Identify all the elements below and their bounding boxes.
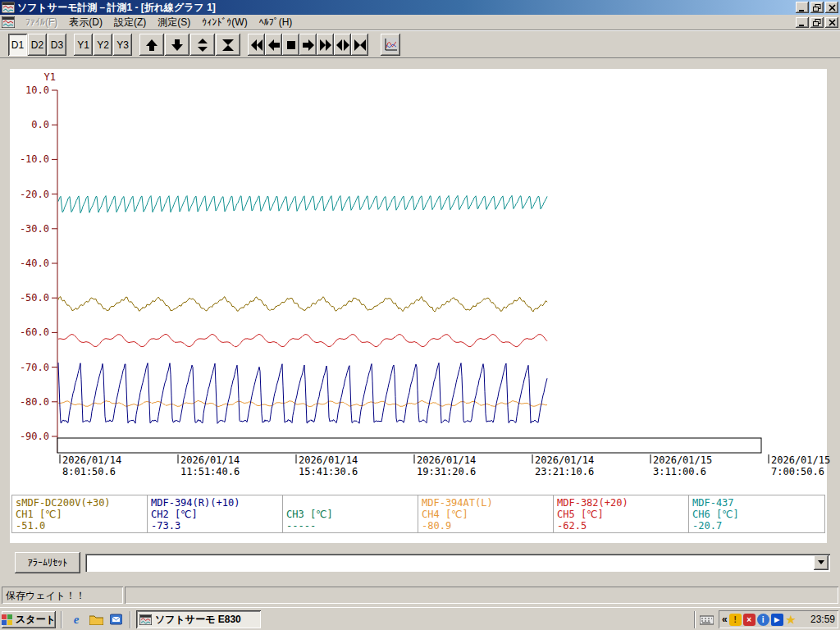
legend-cell-ch2: MDF-394(R)(+10) CH2 [℃] -73.3 — [148, 495, 283, 532]
up-arrow-icon — [145, 39, 158, 52]
channel-value: -51.0 — [16, 520, 144, 532]
x-tick-date: 2026/01/15 — [771, 454, 830, 466]
child-close-icon[interactable] — [825, 17, 838, 28]
legend-cell-ch1: sMDF-DC200V(+30) CH1 [℃] -51.0 — [12, 495, 148, 532]
start-button[interactable]: スタート — [2, 611, 56, 628]
media-player-icon[interactable]: ▶ — [771, 614, 783, 626]
outlook-icon[interactable] — [108, 613, 123, 626]
alarm-reset-button[interactable]: ｱﾗｰﾑﾘｾｯﾄ — [15, 552, 80, 573]
toolbar: D1 D2 D3 Y1 Y2 Y3 — [0, 30, 840, 58]
y-tick-label: -50.0 — [20, 292, 49, 304]
x-tick-time: 11:51:40.6 — [180, 466, 240, 477]
graph-display-button[interactable] — [381, 34, 400, 56]
security-alert-icon[interactable]: × — [743, 614, 756, 626]
x-tick-date: 2026/01/14 — [417, 454, 476, 466]
y-tick-label: -60.0 — [20, 326, 49, 338]
x-tick-time: 3:11:00.6 — [653, 466, 706, 477]
legend-cell-ch5: MDF-382(+20) CH5 [℃] -62.5 — [554, 495, 689, 532]
update-star-icon[interactable]: ★ — [785, 614, 797, 626]
restore-icon[interactable] — [810, 2, 824, 13]
y-tick-label: -90.0 — [20, 431, 49, 442]
fast-rewind-icon — [250, 39, 263, 51]
d3-button[interactable]: D3 — [48, 34, 66, 56]
y-tick-label: -10.0 — [20, 153, 49, 165]
y1-button[interactable]: Y1 — [74, 34, 93, 56]
range-box — [57, 438, 761, 453]
y3-button[interactable]: Y3 — [113, 34, 132, 56]
compress-vertical-button[interactable] — [216, 34, 240, 56]
system-tray: « ! × i ▶ ★ 23:59 — [719, 610, 838, 628]
scroll-down-button[interactable] — [165, 34, 189, 56]
menu-window[interactable]: ｳｨﾝﾄﾞｳ(W) — [196, 16, 253, 29]
expand-horizontal-button[interactable] — [334, 34, 351, 56]
step-forward-button[interactable] — [299, 34, 317, 56]
menu-measure[interactable]: 測定(S) — [152, 15, 196, 30]
compress-vertical-icon — [221, 39, 235, 52]
status-message: 保存ウェイト！！ — [2, 587, 123, 604]
chart-panel: Y110.00.0-10.0-20.0-30.0-40.0-50.0-60.0-… — [10, 69, 827, 543]
trace-ch5 — [58, 334, 547, 346]
child-restore-icon[interactable] — [810, 17, 824, 28]
compress-horizontal-button[interactable] — [351, 34, 368, 56]
internet-explorer-icon[interactable]: e — [69, 613, 84, 626]
folder-icon[interactable] — [89, 613, 103, 626]
channel-label: CH3 [℃] — [286, 509, 414, 520]
channel-value: -73.3 — [151, 520, 279, 532]
d2-button[interactable]: D2 — [28, 34, 47, 56]
alarm-combo[interactable] — [85, 554, 830, 572]
sensor-name: MDF-382(+20) — [557, 497, 685, 509]
y2-button[interactable]: Y2 — [94, 34, 112, 56]
taskbar-clock: 23:59 — [810, 614, 835, 625]
alarm-combo-dropdown[interactable] — [814, 555, 829, 570]
taskbar-separator — [130, 611, 131, 628]
alarm-row: ｱﾗｰﾑﾘｾｯﾄ — [0, 544, 840, 584]
app-task-icon — [139, 614, 152, 625]
d1-button[interactable]: D1 — [8, 34, 27, 56]
app-task-label: ソフトサーモ E830 — [155, 613, 241, 627]
left-arrow-icon — [267, 39, 281, 51]
fast-forward-icon — [319, 39, 332, 51]
security-warning-icon[interactable]: ! — [729, 614, 742, 626]
menu-file: ﾌｧｲﾙ(F) — [20, 16, 63, 29]
child-minimize-icon[interactable] — [796, 17, 809, 28]
close-icon[interactable] — [825, 2, 838, 13]
right-arrow-icon — [302, 39, 315, 51]
menu-view[interactable]: 表示(D) — [63, 15, 108, 30]
app-task-button[interactable]: ソフトサーモ E830 — [136, 610, 261, 628]
scroll-up-button[interactable] — [139, 34, 164, 56]
trace-ch6 — [58, 195, 547, 212]
stop-icon — [285, 39, 297, 51]
taskbar-separator — [694, 611, 696, 628]
desktop: ソフトサーモ計測－計測1 - [折れ線グラフ 1] ﾌｧｲﾙ(F) 表示(D) … — [0, 0, 840, 630]
channel-value: -20.7 — [692, 520, 821, 532]
menu-help[interactable]: ﾍﾙﾌﾟ(H) — [253, 16, 299, 29]
fast-rewind-button[interactable] — [248, 34, 265, 56]
graph-icon — [383, 38, 398, 52]
compress-horizontal-icon — [354, 39, 367, 51]
sensor-name: MDF-437 — [692, 497, 821, 509]
document-chart-icon[interactable] — [2, 16, 15, 28]
minimize-icon[interactable] — [796, 2, 809, 13]
keyboard-icon[interactable] — [699, 613, 714, 626]
channel-label: CH4 [℃] — [422, 509, 550, 520]
expand-vertical-button[interactable] — [190, 34, 215, 56]
step-back-button[interactable] — [265, 34, 282, 56]
y-tick-label: 0.0 — [31, 119, 49, 130]
window-title: ソフトサーモ計測－計測1 - [折れ線グラフ 1] — [17, 1, 216, 15]
tray-overflow-chevron[interactable]: « — [722, 614, 728, 625]
channel-value: -62.5 — [557, 520, 685, 532]
trace-ch2 — [58, 363, 547, 423]
channel-legend: sMDF-DC200V(+30) CH1 [℃] -51.0 MDF-394(R… — [11, 495, 825, 533]
y-tick-label: 10.0 — [25, 84, 49, 96]
trace-ch1 — [58, 297, 547, 313]
info-balloon-icon[interactable]: i — [757, 614, 769, 626]
sensor-name: MDF-394(R)(+10) — [151, 497, 279, 509]
menu-settings[interactable]: 設定(Z) — [108, 15, 152, 30]
legend-cell-ch3: CH3 [℃] ----- — [283, 495, 418, 532]
fast-forward-button[interactable] — [317, 34, 334, 56]
stop-button[interactable] — [282, 34, 299, 56]
x-tick-time: 19:31:20.6 — [417, 466, 476, 477]
y-tick-label: -40.0 — [20, 258, 49, 269]
status-secondary — [125, 587, 838, 604]
y-tick-label: -80.0 — [20, 396, 49, 408]
